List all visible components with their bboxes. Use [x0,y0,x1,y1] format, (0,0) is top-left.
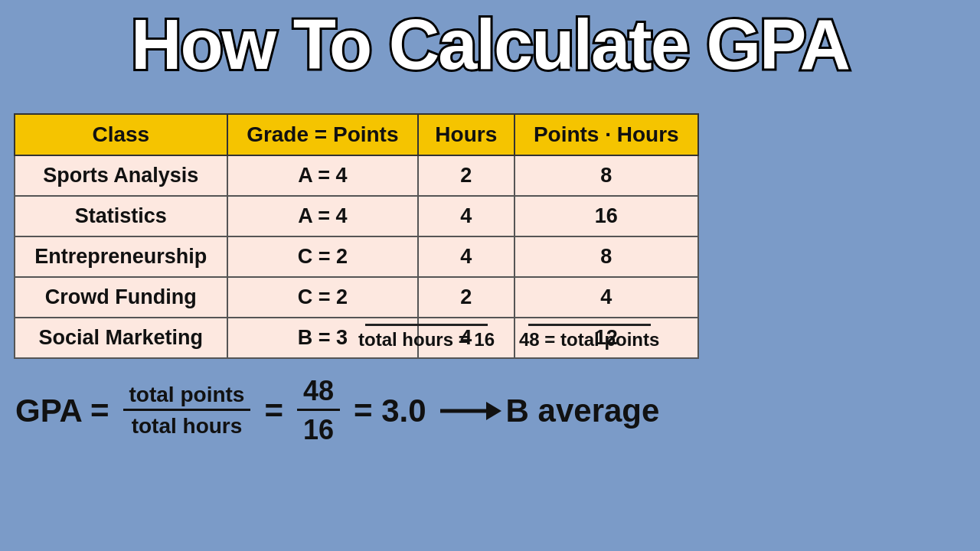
cell-class-1: Statistics [15,196,227,236]
gpa-formula-section: GPA = total points total hours = 48 16 =… [15,375,659,446]
cell-hours-1: 4 [418,196,514,236]
table-row: EntrepreneurshipC = 248 [15,236,698,277]
cell-hours-0: 2 [418,155,514,196]
equals-sign-1: = [264,393,283,429]
cell-grade-3: C = 2 [227,277,418,318]
cell-points_hours-3: 4 [514,277,698,318]
col-header-hours: Hours [418,114,514,155]
fraction-numbers: 48 16 [297,375,340,446]
page-wrapper: How To Calculate GPA Class Grade = Point… [0,0,980,551]
gpa-table-container: Class Grade = Points Hours Points · Hour… [14,113,699,359]
cell-points_hours-1: 16 [514,196,698,236]
cell-class-0: Sports Analysis [15,155,227,196]
cell-class-3: Crowd Funding [15,277,227,318]
cell-points_hours-0: 8 [514,155,698,196]
page-title: How To Calculate GPA [0,0,980,88]
total-points-line [528,324,651,326]
fraction-numerator-num: 48 [297,375,340,411]
cell-grade-0: A = 4 [227,155,418,196]
fraction-numerator-word: total points [123,383,251,411]
cell-hours-2: 4 [418,236,514,277]
fraction-denominator-word: total hours [126,412,249,439]
cell-class-2: Entrepreneurship [15,236,227,277]
arrow-block: B average [440,393,660,429]
total-hours-block: total hours = 16 [358,324,495,350]
b-average-label: B average [506,393,660,429]
total-hours-label: total hours = 16 [358,329,495,350]
col-header-class: Class [15,114,227,155]
cell-hours-3: 2 [418,277,514,318]
fraction-words: total points total hours [123,383,251,439]
cell-class-4: Social Marketing [15,318,227,358]
col-header-grade: Grade = Points [227,114,418,155]
total-points-block: 48 = total points [519,324,659,350]
table-row: Crowd FundingC = 224 [15,277,698,318]
cell-points_hours-2: 8 [514,236,698,277]
result-value: = 3.0 [354,393,426,429]
fraction-denominator-num: 16 [297,412,340,446]
total-points-label: 48 = total points [519,329,659,350]
arrow-icon [440,406,501,416]
col-header-points-hours: Points · Hours [514,114,698,155]
cell-grade-2: C = 2 [227,236,418,277]
cell-grade-1: A = 4 [227,196,418,236]
total-hours-line [365,324,488,326]
gpa-table: Class Grade = Points Hours Points · Hour… [14,113,699,359]
table-row: Sports AnalysisA = 428 [15,155,698,196]
gpa-label: GPA = [15,393,109,429]
table-row: StatisticsA = 4416 [15,196,698,236]
